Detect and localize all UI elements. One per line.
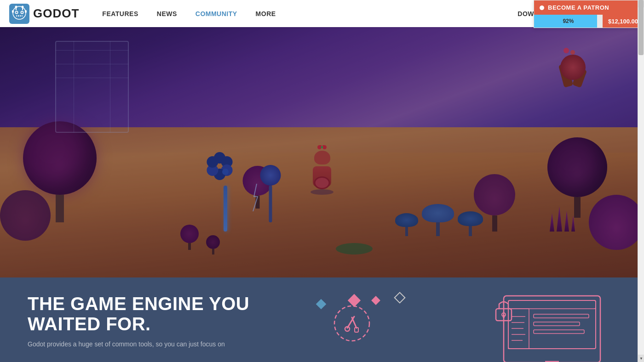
svg-rect-24 (508, 300, 596, 349)
svg-point-17 (334, 306, 369, 341)
svg-rect-29 (534, 330, 584, 334)
svg-rect-15 (22, 7, 23, 10)
headline-line2: WAITED FOR. (28, 314, 151, 334)
navbar-links: FEATURES NEWS COMMUNITY MORE (93, 0, 508, 27)
svg-rect-25 (508, 300, 596, 309)
svg-rect-28 (534, 322, 580, 326)
hero-section (0, 27, 644, 277)
hero-overlay (0, 27, 644, 277)
svg-point-5 (21, 11, 23, 13)
diamond-pink-2 (371, 296, 380, 305)
svg-rect-8 (19, 15, 20, 17)
bottom-section: THE GAME ENGINE YOU WAITED FOR. Godot pr… (0, 277, 644, 362)
patron-badge: BECOME A PATRON 92% $12,100.00 (534, 0, 644, 28)
nav-more[interactable]: MORE (247, 0, 285, 27)
logo-link[interactable]: GODOT (9, 4, 79, 24)
patron-label: BECOME A PATRON (548, 4, 609, 11)
svg-point-1 (13, 6, 26, 19)
svg-point-4 (16, 11, 17, 13)
bottom-text-block: THE GAME ENGINE YOU WAITED FOR. Godot pr… (28, 294, 294, 349)
svg-rect-10 (12, 10, 14, 13)
scrollbar-thumb[interactable] (638, 0, 644, 55)
headline-line1: THE GAME ENGINE YOU (28, 294, 249, 314)
godot-logo-icon (9, 4, 29, 24)
hero-image (0, 27, 644, 277)
patron-body: 92% $12,100.00 (534, 15, 644, 28)
tools-circle-icon (331, 303, 373, 346)
svg-rect-14 (16, 7, 17, 10)
nav-features[interactable]: FEATURES (93, 0, 147, 27)
diamond-blue (316, 299, 327, 310)
logo-text: GODOT (33, 6, 79, 21)
nav-news[interactable]: NEWS (148, 0, 186, 27)
patron-header[interactable]: BECOME A PATRON (534, 0, 644, 15)
patron-percent: 92% (563, 18, 574, 24)
svg-rect-11 (25, 10, 27, 13)
headline: THE GAME ENGINE YOU WAITED FOR. (28, 294, 294, 334)
patron-progress-bar-wrap: 92% (534, 15, 603, 28)
subtext: Godot provides a huge set of common tool… (28, 339, 294, 349)
svg-rect-7 (17, 15, 18, 17)
patron-dot-icon (540, 6, 544, 10)
svg-rect-27 (534, 314, 589, 318)
svg-rect-23 (504, 296, 600, 362)
nav-community[interactable]: COMMUNITY (186, 0, 247, 27)
scrollbar: ▲ ▼ (638, 0, 644, 362)
scrollbar-arrow-down[interactable]: ▼ (638, 355, 644, 362)
svg-rect-9 (21, 15, 22, 17)
monitor-icon (501, 294, 603, 362)
diamond-outline (394, 292, 405, 303)
bottom-illustration (294, 294, 616, 353)
